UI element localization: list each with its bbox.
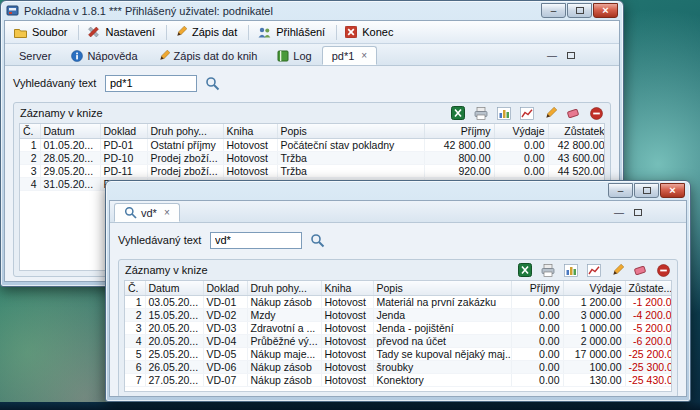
menu-item-prihlaseni[interactable]: Přihlášení (252, 24, 333, 40)
records-toolbar (450, 106, 604, 121)
child-window-titlebar[interactable]: – × (106, 181, 690, 200)
tab-zapis-dat-do-knih[interactable]: Zápis dat do knih (148, 46, 268, 65)
table-cell: Hotovost (223, 151, 277, 164)
table-cell: VD-07 (203, 373, 247, 386)
excel-icon[interactable] (450, 106, 466, 121)
close-tab-icon[interactable]: × (164, 207, 170, 218)
book-icon (277, 50, 289, 62)
print-icon[interactable] (540, 263, 556, 278)
table-row[interactable]: 228.05.20...PD-10Prodej zboží...Hotovost… (20, 151, 605, 164)
tab-vd[interactable]: vd* × (114, 203, 180, 222)
excel-icon[interactable] (517, 263, 533, 278)
table-row[interactable]: 420.05.20...VD-04Průběžné vý...Hotovostp… (125, 334, 672, 347)
table-row[interactable]: 329.05.20...PD-11Prodej zboží...Hotovost… (20, 164, 605, 177)
table-row[interactable]: 103.05.20...VD-01Nákup zásobHotovostMate… (125, 295, 672, 308)
minimize-button[interactable]: – (541, 3, 566, 18)
minimize-button[interactable]: – (608, 183, 633, 198)
search-icon[interactable] (310, 233, 325, 248)
column-header[interactable]: Datum (40, 124, 100, 138)
table-row[interactable]: 101.05.20...PD-01Ostatní příjmyHotovostP… (20, 138, 605, 151)
window-controls: – × (608, 183, 685, 198)
column-header[interactable]: Kniha (223, 124, 277, 138)
table-cell: Prodej zboží... (147, 164, 223, 177)
column-header[interactable]: Zůstatek (548, 124, 605, 138)
collapse-panel-button[interactable]: — (547, 50, 557, 61)
column-header[interactable]: Zůstate... (625, 281, 672, 295)
column-header[interactable]: Kniha (321, 281, 373, 295)
column-header[interactable]: Příjmy (511, 281, 563, 295)
tab-log[interactable]: Log (267, 46, 321, 65)
close-button[interactable]: × (593, 3, 618, 18)
table-cell: -4 200.0 (625, 308, 672, 321)
table-cell: PD-11 (100, 164, 147, 177)
menu-separator (336, 25, 337, 40)
main-tabbar: Server Nápověda Zápis dat do knih Log (5, 44, 619, 66)
column-header[interactable]: Doklad (203, 281, 247, 295)
maximize-icon (576, 7, 584, 14)
menu-separator (166, 25, 167, 40)
table-row[interactable]: 215.05.20...VD-02MzdyHotovostJenda0.003 … (125, 308, 672, 321)
tab-pd1[interactable]: pd*1 × (322, 46, 377, 65)
table-cell: Hotovost (321, 308, 373, 321)
table-cell: Jenda (373, 308, 511, 321)
column-header[interactable]: Druh pohy... (247, 281, 321, 295)
line-chart-icon[interactable] (586, 263, 602, 278)
table-cell: VD-05 (203, 347, 247, 360)
eraser-icon[interactable] (565, 106, 581, 121)
close-tab-icon[interactable]: × (361, 50, 367, 61)
records-table[interactable]: Č.DatumDokladDruh pohy...KnihaPopisPříjm… (124, 280, 672, 392)
expand-panel-button[interactable] (634, 207, 642, 218)
menu-item-zapis-dat[interactable]: Zápis dat (170, 24, 245, 40)
menu-item-konec[interactable]: Konec (340, 24, 401, 40)
tab-napoveda[interactable]: Nápověda (61, 46, 147, 65)
close-button[interactable]: × (660, 183, 685, 198)
main-window-titlebar[interactable]: Pokladna v 1.8.1 *** Přihlášený uživatel… (1, 1, 623, 20)
edit-icon[interactable] (542, 106, 558, 121)
column-header[interactable]: Č. (125, 281, 145, 295)
table-cell: Jenda - pojištění (373, 321, 511, 334)
column-header[interactable]: Č. (20, 124, 40, 138)
menu-label: Nastavení (105, 26, 155, 38)
records-group-header: Záznamy v knize (119, 260, 677, 280)
delete-icon[interactable] (655, 263, 671, 278)
tab-server[interactable]: Server (9, 46, 61, 65)
print-icon[interactable] (473, 106, 489, 121)
column-header[interactable]: Doklad (100, 124, 147, 138)
table-cell: Počáteční stav pokladny (277, 138, 424, 151)
expand-panel-button[interactable] (567, 50, 575, 61)
table-cell: 2 000.00 (563, 334, 625, 347)
column-header[interactable]: Příjmy (424, 124, 494, 138)
search-input[interactable] (210, 232, 302, 249)
table-cell: 42 800.00 (548, 138, 605, 151)
search-icon (124, 206, 137, 219)
bar-chart-icon[interactable] (563, 263, 579, 278)
eraser-icon[interactable] (632, 263, 648, 278)
column-header[interactable]: Popis (277, 124, 424, 138)
column-header[interactable]: Výdaje (494, 124, 548, 138)
search-icon[interactable] (205, 76, 220, 91)
table-row[interactable]: 525.05.20...VD-05Nákup maje...HotovostTa… (125, 347, 672, 360)
search-input[interactable] (105, 75, 197, 92)
column-header[interactable]: Druh pohy... (147, 124, 223, 138)
menu-item-soubor[interactable]: Soubor (9, 24, 75, 40)
line-chart-icon[interactable] (519, 106, 535, 121)
bar-chart-icon[interactable] (496, 106, 512, 121)
table-cell: 03.05.20... (145, 295, 203, 308)
maximize-button[interactable] (567, 3, 592, 18)
table-row[interactable]: 727.05.20...VD-07Nákup zásobHotovostKone… (125, 373, 672, 386)
column-header[interactable]: Výdaje (563, 281, 625, 295)
menu-separator (248, 25, 249, 40)
table-cell: 3 (20, 164, 40, 177)
table-row[interactable]: 320.05.20...VD-03Zdravotní a ...Hotovost… (125, 321, 672, 334)
collapse-panel-button[interactable]: — (614, 207, 624, 218)
table-row[interactable]: 626.05.20...VD-06Nákup zásobHotovostšrou… (125, 360, 672, 373)
menu-item-nastaveni[interactable]: Nastavení (82, 24, 163, 40)
column-header[interactable]: Datum (145, 281, 203, 295)
column-header[interactable]: Popis (373, 281, 511, 295)
table-cell: Hotovost (321, 334, 373, 347)
expand-icon (567, 52, 575, 59)
table-cell: 42 800.00 (424, 138, 494, 151)
delete-icon[interactable] (588, 106, 604, 121)
edit-icon[interactable] (609, 263, 625, 278)
maximize-button[interactable] (634, 183, 659, 198)
